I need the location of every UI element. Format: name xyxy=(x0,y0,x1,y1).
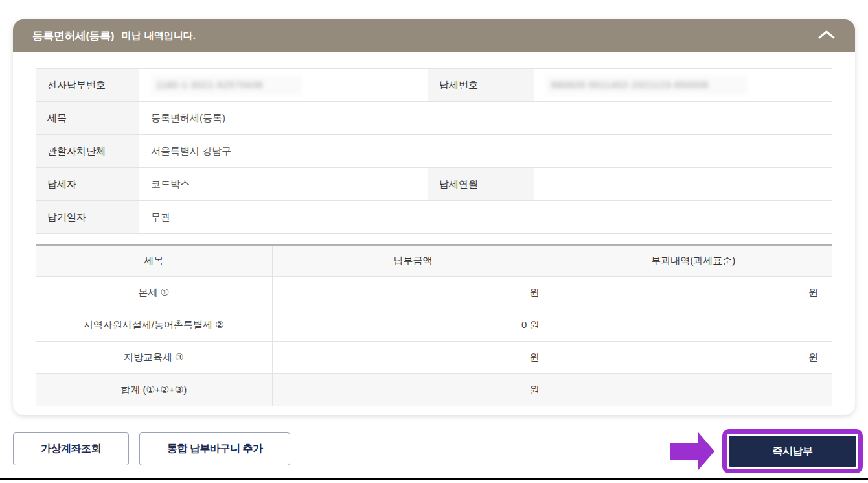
label-epay-number: 전자납부번호 xyxy=(36,69,139,102)
cell-total-base xyxy=(554,373,832,406)
value-tax-yearmonth xyxy=(534,168,832,201)
chevron-up-icon xyxy=(817,30,836,41)
panel-title-suffix: 내역입니다. xyxy=(144,30,196,42)
table-row: 지방교육세 ③ 원 원 xyxy=(36,341,832,373)
table-row: 본세 ① 원 원 xyxy=(36,276,832,309)
label-jurisdiction: 관할자치단체 xyxy=(36,135,139,168)
value-due-date: 무관 xyxy=(139,201,832,234)
arrow-right-icon xyxy=(670,432,714,470)
cell-regional-tax-amount: 0 원 xyxy=(272,309,554,341)
panel-title-unpaid: 미납 xyxy=(122,30,141,42)
cell-main-tax-amount: 원 xyxy=(272,276,554,309)
header-payment-amount: 납부금액 xyxy=(272,245,554,276)
cell-main-tax-base: 원 xyxy=(554,276,832,309)
footer-actions-left: 가상계좌조회 통합 납부바구니 추가 xyxy=(13,432,290,465)
tax-detail-panel: 등록면허세(등록) 미납 내역입니다. 전자납부번호 1180-1-3021-6… xyxy=(13,19,855,415)
value-epay-number: 1180-1-3021-62570436 xyxy=(139,69,428,102)
panel-title: 등록면허세(등록) xyxy=(32,29,114,43)
label-tax-item: 세목 xyxy=(36,102,139,135)
cell-regional-tax-base xyxy=(554,309,832,341)
value-tax-item: 등록면허세(등록) xyxy=(139,102,832,135)
collapse-button[interactable] xyxy=(817,30,836,41)
pay-now-button[interactable]: 즉시납부 xyxy=(729,436,856,467)
table-row: 납기일자 무관 xyxy=(36,201,832,234)
value-jurisdiction: 서울특별시 강남구 xyxy=(139,135,832,168)
table-row: 관할자치단체 서울특별시 강남구 xyxy=(36,135,832,168)
table-row: 납세자 코드박스 납세연월 xyxy=(36,168,832,201)
masked-value: 680605-5011402-2021123-650006 xyxy=(546,75,748,95)
label-tax-yearmonth: 납세연월 xyxy=(428,168,534,201)
table-row: 지역자원시설세/농어촌특별세 ② 0 원 xyxy=(36,309,832,341)
label-due-date: 납기일자 xyxy=(36,201,139,234)
cell-education-tax: 지방교육세 ③ xyxy=(36,341,272,373)
cell-regional-tax: 지역자원시설세/농어촌특별세 ② xyxy=(36,309,272,341)
pay-now-group: 즉시납부 xyxy=(670,429,863,473)
arrow-tip xyxy=(698,432,714,470)
tax-amount-table: 세목 납부금액 부과내역(과세표준) 본세 ① 원 원 지역자원시설세/농어촌특… xyxy=(36,244,832,406)
cell-total-amount: 원 xyxy=(272,373,554,406)
panel-body: 전자납부번호 1180-1-3021-62570436 납세번호 680605-… xyxy=(13,52,855,406)
tax-info-table: 전자납부번호 1180-1-3021-62570436 납세번호 680605-… xyxy=(36,68,832,234)
value-taxpayer: 코드박스 xyxy=(139,168,428,201)
arrow-bar xyxy=(670,443,698,460)
cell-education-tax-base: 원 xyxy=(554,341,832,373)
table-row: 세목 등록면허세(등록) xyxy=(36,102,832,135)
table-total-row: 합계 (①+②+③) 원 xyxy=(36,373,832,406)
panel-header: 등록면허세(등록) 미납 내역입니다. xyxy=(13,19,855,52)
table-header-row: 세목 납부금액 부과내역(과세표준) xyxy=(36,245,832,276)
virtual-account-button[interactable]: 가상계좌조회 xyxy=(13,432,129,465)
add-to-payment-cart-button[interactable]: 통합 납부바구니 추가 xyxy=(139,432,290,465)
label-tax-number: 납세번호 xyxy=(428,69,534,102)
label-taxpayer: 납세자 xyxy=(36,168,139,201)
cell-total: 합계 (①+②+③) xyxy=(36,373,272,406)
pay-now-highlight-ring: 즉시납부 xyxy=(722,429,863,473)
masked-value: 1180-1-3021-62570436 xyxy=(151,75,302,95)
bottom-divider xyxy=(0,478,868,480)
value-tax-number: 680605-5011402-2021123-650006 xyxy=(534,69,832,102)
cell-education-tax-amount: 원 xyxy=(272,341,554,373)
table-row: 전자납부번호 1180-1-3021-62570436 납세번호 680605-… xyxy=(36,69,832,102)
header-assessment-base: 부과내역(과세표준) xyxy=(554,245,832,276)
cell-main-tax: 본세 ① xyxy=(36,276,272,309)
header-tax-item: 세목 xyxy=(36,245,272,276)
